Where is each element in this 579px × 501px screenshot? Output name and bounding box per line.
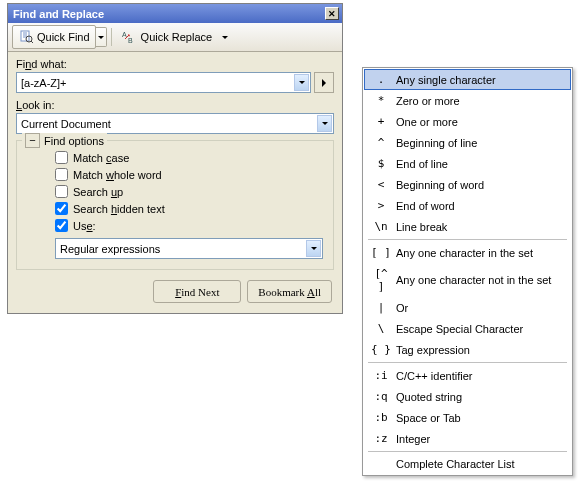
menu-item[interactable]: :iC/C++ identifier — [364, 365, 571, 386]
find-replace-dialog: Find and Replace ✕ Quick Find AB Quick R… — [7, 3, 343, 314]
menu-item[interactable]: +One or more — [364, 111, 571, 132]
menu-item-symbol: :z — [368, 432, 394, 445]
expression-builder-button[interactable] — [314, 72, 334, 93]
menu-item[interactable]: [^ ]Any one character not in the set — [364, 263, 571, 297]
quick-replace-dropdown[interactable] — [222, 36, 228, 39]
menu-item-symbol: :i — [368, 369, 394, 382]
menu-item-label: Space or Tab — [396, 412, 563, 424]
menu-item-label: Tag expression — [396, 344, 563, 356]
match-whole-checkbox[interactable] — [55, 168, 68, 181]
match-case-row[interactable]: Match case — [27, 149, 323, 166]
search-hidden-row[interactable]: Search hidden text — [27, 200, 323, 217]
match-whole-row[interactable]: Match whole word — [27, 166, 323, 183]
menu-item-label: C/C++ identifier — [396, 370, 563, 382]
menu-item-label: Any one character in the set — [396, 247, 563, 259]
look-in-value: Current Document — [17, 118, 316, 130]
use-checkbox[interactable] — [55, 219, 68, 232]
menu-item[interactable]: { }Tag expression — [364, 339, 571, 360]
menu-item-symbol: [ ] — [368, 246, 394, 259]
close-button[interactable]: ✕ — [325, 7, 339, 20]
find-what-dropdown[interactable] — [294, 74, 309, 91]
toolbar-separator — [111, 28, 112, 46]
menu-item[interactable]: $End of line — [364, 153, 571, 174]
menu-item-label: Quoted string — [396, 391, 563, 403]
titlebar[interactable]: Find and Replace ✕ — [8, 4, 342, 23]
menu-item[interactable]: *Zero or more — [364, 90, 571, 111]
menu-item-label: Integer — [396, 433, 563, 445]
menu-item-label: Beginning of line — [396, 137, 563, 149]
menu-item[interactable]: :qQuoted string — [364, 386, 571, 407]
use-dropdown[interactable] — [306, 240, 321, 257]
quick-find-dropdown[interactable] — [96, 27, 107, 47]
menu-item[interactable]: |Or — [364, 297, 571, 318]
menu-separator — [368, 362, 567, 363]
menu-item[interactable]: ^Beginning of line — [364, 132, 571, 153]
menu-item-symbol: * — [368, 94, 394, 107]
quick-find-button[interactable]: Quick Find — [12, 25, 96, 49]
find-next-button[interactable]: Find Next — [153, 280, 241, 303]
collapse-options-button[interactable]: − — [25, 133, 40, 148]
menu-item-label: Any one character not in the set — [396, 274, 563, 286]
find-options-fieldset: − Find options Match case Match whole wo… — [16, 140, 334, 270]
menu-item-symbol: \n — [368, 220, 394, 233]
match-case-checkbox[interactable] — [55, 151, 68, 164]
search-up-label: Search up — [73, 186, 123, 198]
menu-item[interactable]: :bSpace or Tab — [364, 407, 571, 428]
match-whole-label: Match whole word — [73, 169, 162, 181]
menu-item[interactable]: [ ]Any one character in the set — [364, 242, 571, 263]
menu-item-label: Zero or more — [396, 95, 563, 107]
menu-item-symbol: [^ ] — [368, 267, 394, 293]
bookmark-all-button[interactable]: Bookmark All — [247, 280, 332, 303]
quick-replace-button[interactable]: AB Quick Replace — [116, 25, 219, 49]
look-in-dropdown[interactable] — [317, 115, 332, 132]
quick-find-label: Quick Find — [37, 31, 90, 43]
menu-item-label: Line break — [396, 221, 563, 233]
menu-item-symbol: < — [368, 178, 394, 191]
menu-item-symbol: + — [368, 115, 394, 128]
search-up-row[interactable]: Search up — [27, 183, 323, 200]
svg-text:A: A — [122, 31, 127, 38]
menu-item-symbol: > — [368, 199, 394, 212]
menu-item-label: One or more — [396, 116, 563, 128]
menu-item[interactable]: >End of word — [364, 195, 571, 216]
match-case-label: Match case — [73, 152, 129, 164]
menu-item-label: Or — [396, 302, 563, 314]
menu-item-label: Escape Special Character — [396, 323, 563, 335]
menu-item-label: Complete Character List — [396, 458, 563, 470]
use-label: Use: — [73, 220, 96, 232]
menu-separator — [368, 451, 567, 452]
svg-text:B: B — [128, 37, 133, 44]
use-value: Regular expressions — [56, 243, 305, 255]
menu-item-symbol: :q — [368, 390, 394, 403]
menu-item[interactable]: Complete Character List — [364, 454, 571, 474]
find-icon — [18, 29, 34, 45]
menu-item-symbol: . — [368, 73, 394, 86]
regex-context-menu: .Any single character*Zero or more+One o… — [362, 67, 573, 476]
title-text: Find and Replace — [13, 8, 104, 20]
search-hidden-checkbox[interactable] — [55, 202, 68, 215]
menu-item-symbol: \ — [368, 322, 394, 335]
quick-replace-label: Quick Replace — [141, 31, 213, 43]
find-options-legend: Find options — [44, 135, 104, 147]
replace-icon: AB — [122, 29, 138, 45]
menu-item[interactable]: .Any single character — [364, 69, 571, 90]
menu-item[interactable]: :zInteger — [364, 428, 571, 449]
menu-item-label: Beginning of word — [396, 179, 563, 191]
use-row[interactable]: Use: — [27, 217, 323, 234]
menu-item-symbol: { } — [368, 343, 394, 356]
menu-item[interactable]: \nLine break — [364, 216, 571, 237]
look-in-combo[interactable]: Current Document — [16, 113, 334, 134]
menu-item-label: Any single character — [396, 74, 563, 86]
use-combo[interactable]: Regular expressions — [55, 238, 323, 259]
search-up-checkbox[interactable] — [55, 185, 68, 198]
menu-item-label: End of word — [396, 200, 563, 212]
find-what-combo[interactable] — [16, 72, 311, 93]
toolbar: Quick Find AB Quick Replace — [8, 23, 342, 52]
menu-item-symbol: :b — [368, 411, 394, 424]
menu-separator — [368, 239, 567, 240]
menu-item[interactable]: <Beginning of word — [364, 174, 571, 195]
find-what-input[interactable] — [17, 74, 293, 91]
menu-item-label: End of line — [396, 158, 563, 170]
search-hidden-label: Search hidden text — [73, 203, 165, 215]
menu-item[interactable]: \Escape Special Character — [364, 318, 571, 339]
